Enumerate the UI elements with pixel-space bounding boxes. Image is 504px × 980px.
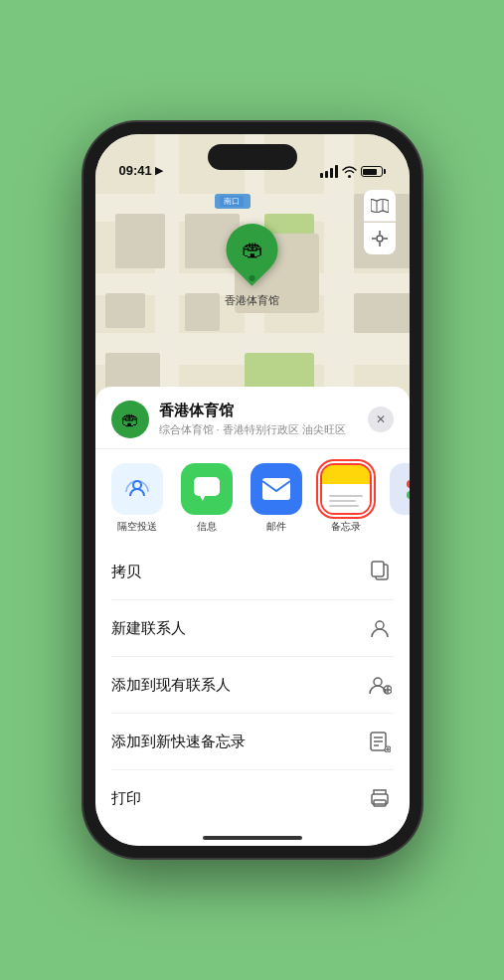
venue-sheet-subtitle: 综合体育馆 · 香港特别行政区 油尖旺区 (159, 422, 368, 437)
airdrop-icon (111, 463, 163, 515)
dynamic-island (208, 144, 297, 170)
home-indicator (203, 836, 302, 840)
svg-point-10 (376, 621, 384, 629)
print-icon (366, 784, 394, 812)
menu-list: 拷贝 新建联系人 (95, 544, 410, 826)
copy-icon (366, 558, 394, 585)
menu-item-copy[interactable]: 拷贝 (111, 544, 394, 600)
menu-copy-label: 拷贝 (111, 563, 141, 581)
menu-item-print[interactable]: 打印 (111, 770, 394, 826)
share-more[interactable]: 推 (384, 463, 410, 534)
new-contact-icon (366, 614, 394, 642)
menu-item-quick-note[interactable]: 添加到新快速备忘录 (111, 714, 394, 770)
share-airdrop[interactable]: 隔空投送 (105, 463, 169, 534)
battery-icon (361, 166, 386, 177)
signal-icon (320, 165, 338, 178)
venue-sheet-title: 香港体育馆 (159, 402, 368, 420)
bottom-sheet: 🏟 香港体育馆 综合体育馆 · 香港特别行政区 油尖旺区 ✕ (95, 387, 410, 846)
sheet-header: 🏟 香港体育馆 综合体育馆 · 香港特别行政区 油尖旺区 ✕ (95, 387, 410, 449)
menu-add-existing-label: 添加到现有联系人 (111, 676, 231, 695)
close-button[interactable]: ✕ (368, 407, 394, 432)
airdrop-label: 隔空投送 (117, 520, 157, 534)
phone-frame: 09:41 ▶ (84, 122, 421, 858)
menu-item-new-contact[interactable]: 新建联系人 (111, 600, 394, 657)
message-icon (181, 463, 233, 515)
map-type-button[interactable] (364, 190, 396, 222)
phone-screen: 09:41 ▶ (95, 134, 410, 846)
wifi-icon (342, 166, 357, 178)
more-icon (390, 463, 410, 515)
notes-icon-wrapper (320, 463, 372, 515)
share-mail[interactable]: 邮件 (245, 463, 308, 534)
map-controls (364, 190, 396, 254)
location-icon: ▶ (155, 164, 163, 177)
quick-note-icon (366, 728, 394, 755)
svg-rect-7 (262, 478, 290, 500)
location-button[interactable] (364, 223, 396, 254)
menu-quick-note-label: 添加到新快速备忘录 (111, 733, 246, 751)
message-label: 信息 (197, 520, 217, 534)
north-label: 南口 (215, 194, 251, 209)
menu-new-contact-label: 新建联系人 (111, 619, 186, 638)
notes-label: 备忘录 (331, 520, 361, 534)
menu-item-add-existing[interactable]: 添加到现有联系人 (111, 657, 394, 714)
status-time: 09:41 (119, 163, 152, 178)
svg-rect-9 (372, 562, 384, 576)
svg-point-0 (377, 236, 383, 242)
share-notes[interactable]: 备忘录 (314, 463, 378, 534)
add-existing-icon (366, 671, 394, 699)
menu-print-label: 打印 (111, 789, 141, 808)
venue-info: 香港体育馆 综合体育馆 · 香港特别行政区 油尖旺区 (159, 402, 368, 437)
more-circles-icon (407, 480, 410, 499)
svg-rect-6 (194, 477, 220, 496)
share-row: 隔空投送 信息 (95, 449, 410, 544)
venue-label: 🏟 香港体育馆 (225, 224, 279, 308)
status-icons (320, 165, 386, 178)
mail-label: 邮件 (266, 520, 286, 534)
notes-icon (320, 463, 372, 515)
svg-rect-23 (374, 800, 386, 806)
mail-icon (251, 463, 302, 515)
svg-point-11 (374, 678, 382, 686)
venue-name-label: 香港体育馆 (225, 293, 279, 308)
svg-point-5 (133, 481, 141, 489)
share-message[interactable]: 信息 (175, 463, 239, 534)
venue-sheet-icon: 🏟 (111, 401, 149, 438)
